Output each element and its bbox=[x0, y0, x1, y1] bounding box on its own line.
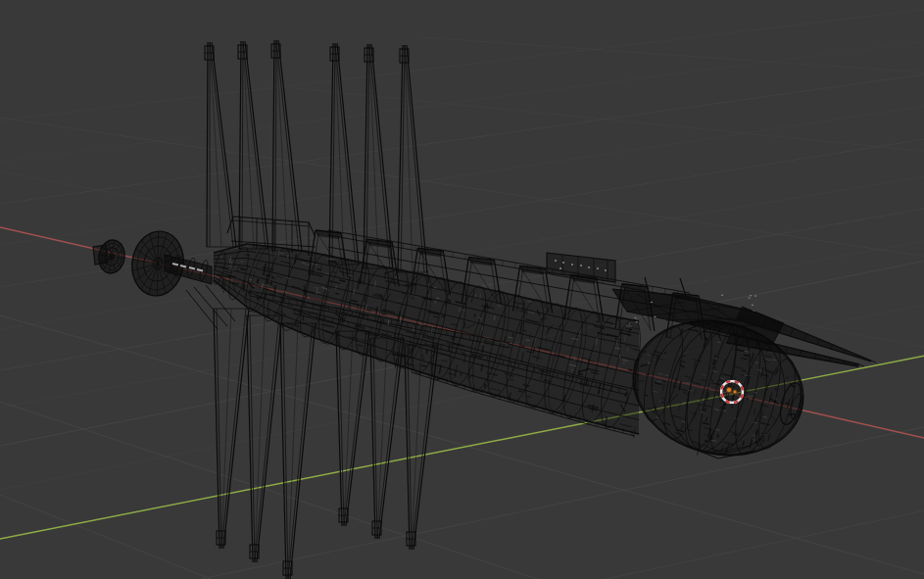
blender-3d-viewport[interactable] bbox=[0, 0, 924, 579]
viewport-canvas[interactable] bbox=[0, 0, 924, 579]
